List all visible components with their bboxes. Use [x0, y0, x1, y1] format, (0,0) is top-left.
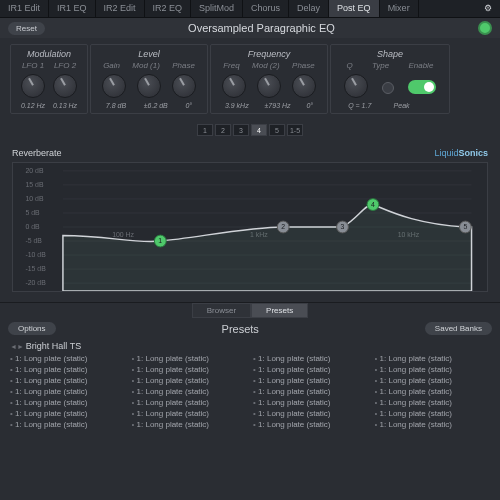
- preset-item[interactable]: 1: Long plate (static): [375, 375, 491, 386]
- band-1[interactable]: 1: [197, 124, 213, 136]
- svg-text:10 dB: 10 dB: [26, 195, 44, 202]
- tab-ir2-eq[interactable]: IR2 EQ: [145, 0, 192, 17]
- group-shape: ShapeQTypeEnableQ = 1.7Peak: [330, 44, 450, 114]
- brand-logo: LiquidSonics: [434, 148, 488, 158]
- band-3[interactable]: 3: [233, 124, 249, 136]
- svg-text:-5 dB: -5 dB: [26, 237, 43, 244]
- knob-q[interactable]: [344, 74, 368, 98]
- tab-ir2-edit[interactable]: IR2 Edit: [96, 0, 145, 17]
- preset-item[interactable]: 1: Long plate (static): [253, 353, 369, 364]
- enable-toggle[interactable]: [408, 80, 436, 94]
- preset-item[interactable]: 1: Long plate (static): [10, 386, 126, 397]
- svg-text:15 dB: 15 dB: [26, 181, 44, 188]
- preset-item[interactable]: 1: Long plate (static): [375, 397, 491, 408]
- knob-phase[interactable]: [172, 74, 196, 98]
- type-selector[interactable]: [382, 82, 394, 94]
- preset-item[interactable]: 1: Long plate (static): [253, 408, 369, 419]
- preset-item[interactable]: 1: Long plate (static): [253, 386, 369, 397]
- preset-item[interactable]: 1: Long plate (static): [375, 364, 491, 375]
- svg-text:-20 dB: -20 dB: [26, 279, 47, 286]
- group-freq: FrequencyFreqMod (2)Phase3.9 kHz±793 Hz0…: [210, 44, 328, 114]
- preset-item[interactable]: 1: Long plate (static): [375, 419, 491, 430]
- svg-text:4: 4: [371, 201, 375, 208]
- band-1-5[interactable]: 1-5: [287, 124, 303, 136]
- tab-ir1-edit[interactable]: IR1 Edit: [0, 0, 49, 17]
- svg-text:0 dB: 0 dB: [26, 223, 41, 230]
- preset-item[interactable]: 1: Long plate (static): [253, 364, 369, 375]
- tab-splitmod[interactable]: SplitMod: [191, 0, 243, 17]
- tab-chorus[interactable]: Chorus: [243, 0, 289, 17]
- svg-text:2: 2: [281, 223, 285, 230]
- svg-text:5 dB: 5 dB: [26, 209, 41, 216]
- preset-item[interactable]: 1: Long plate (static): [132, 408, 248, 419]
- svg-text:100 Hz: 100 Hz: [112, 231, 134, 238]
- saved-banks-button[interactable]: Saved Banks: [425, 322, 492, 335]
- preset-item[interactable]: 1: Long plate (static): [375, 353, 491, 364]
- knob-gain[interactable]: [102, 74, 126, 98]
- preset-item[interactable]: 1: Long plate (static): [253, 419, 369, 430]
- svg-text:-15 dB: -15 dB: [26, 265, 47, 272]
- preset-item[interactable]: 1: Long plate (static): [10, 408, 126, 419]
- page-title: Oversampled Paragraphic EQ: [45, 22, 478, 34]
- preset-item[interactable]: 1: Long plate (static): [375, 408, 491, 419]
- knob-freq[interactable]: [222, 74, 246, 98]
- reset-button[interactable]: Reset: [8, 22, 45, 35]
- knob-phase[interactable]: [292, 74, 316, 98]
- group-level: LevelGainMod (1)Phase7.8 dB±6.2 dB0°: [90, 44, 208, 114]
- preset-item[interactable]: 1: Long plate (static): [10, 364, 126, 375]
- preset-item[interactable]: 1: Long plate (static): [132, 386, 248, 397]
- preset-item[interactable]: 1: Long plate (static): [132, 375, 248, 386]
- svg-text:1: 1: [158, 237, 162, 244]
- knob-lfo1[interactable]: [21, 74, 45, 98]
- preset-item[interactable]: 1: Long plate (static): [10, 419, 126, 430]
- preset-item[interactable]: 1: Long plate (static): [132, 353, 248, 364]
- svg-text:3: 3: [341, 223, 345, 230]
- knob-lfo2[interactable]: [53, 74, 77, 98]
- knob-mod1[interactable]: [137, 74, 161, 98]
- preset-item[interactable]: 1: Long plate (static): [132, 397, 248, 408]
- band-4[interactable]: 4: [251, 124, 267, 136]
- svg-text:20 dB: 20 dB: [26, 167, 44, 174]
- band-2[interactable]: 2: [215, 124, 231, 136]
- tab-ir1-eq[interactable]: IR1 EQ: [49, 0, 96, 17]
- preset-item[interactable]: 1: Long plate (static): [375, 386, 491, 397]
- preset-item[interactable]: 1: Long plate (static): [10, 353, 126, 364]
- gear-icon[interactable]: ⚙: [476, 0, 500, 17]
- options-button[interactable]: Options: [8, 322, 56, 335]
- preset-item[interactable]: 1: Long plate (static): [10, 375, 126, 386]
- power-button[interactable]: [478, 21, 492, 35]
- svg-text:-10 dB: -10 dB: [26, 251, 47, 258]
- browser-tab-browser[interactable]: Browser: [192, 303, 251, 318]
- preset-item[interactable]: 1: Long plate (static): [253, 397, 369, 408]
- preset-item[interactable]: 1: Long plate (static): [132, 419, 248, 430]
- svg-text:5: 5: [463, 223, 467, 230]
- preset-item[interactable]: 1: Long plate (static): [132, 364, 248, 375]
- current-preset[interactable]: Bright Hall TS: [0, 339, 500, 353]
- tab-mixer[interactable]: Mixer: [380, 0, 419, 17]
- preset-item[interactable]: 1: Long plate (static): [10, 397, 126, 408]
- group-mod: ModulationLFO 1LFO 20.12 Hz0.13 Hz: [10, 44, 88, 114]
- tab-post-eq[interactable]: Post EQ: [329, 0, 380, 17]
- browser-tab-presets[interactable]: Presets: [251, 303, 308, 318]
- knob-mod2[interactable]: [257, 74, 281, 98]
- presets-title: Presets: [56, 323, 425, 335]
- tab-delay[interactable]: Delay: [289, 0, 329, 17]
- band-5[interactable]: 5: [269, 124, 285, 136]
- preset-item[interactable]: 1: Long plate (static): [253, 375, 369, 386]
- eq-graph[interactable]: 20 dB15 dB10 dB5 dB0 dB-5 dB-10 dB-15 dB…: [12, 162, 488, 292]
- graph-title: Reverberate: [12, 148, 62, 158]
